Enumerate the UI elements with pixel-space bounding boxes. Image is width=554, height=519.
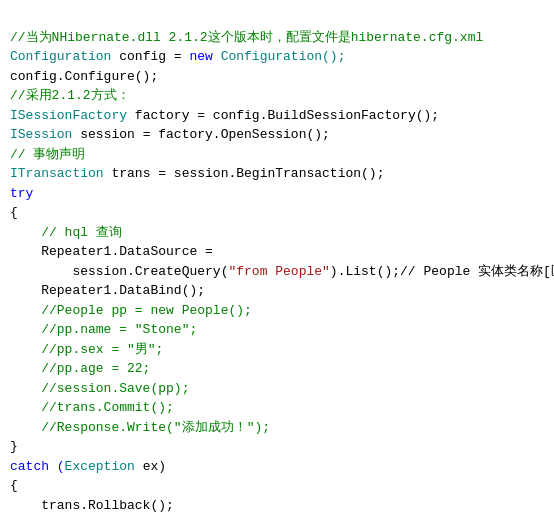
code-line-l25: {	[10, 476, 544, 496]
code-line-l4: //采用2.1.2方式：	[10, 86, 544, 106]
code-line-l18: //pp.sex = "男";	[10, 340, 544, 360]
code-line-l5: ISessionFactory factory = config.BuildSe…	[10, 106, 544, 126]
code-line-l3: config.Configure();	[10, 67, 544, 87]
code-line-l6: ISession session = factory.OpenSession()…	[10, 125, 544, 145]
code-line-l23: }	[10, 437, 544, 457]
code-line-l24: catch (Exception ex)	[10, 457, 544, 477]
code-line-l20: //session.Save(pp);	[10, 379, 544, 399]
code-line-l1: //当为NHibernate.dll 2.1.2这个版本时，配置文件是hiber…	[10, 28, 544, 48]
code-line-l14: Repeater1.DataBind();	[10, 281, 544, 301]
code-line-l22: //Response.Write("添加成功！");	[10, 418, 544, 438]
code-line-l9: try	[10, 184, 544, 204]
code-line-l19: //pp.age = 22;	[10, 359, 544, 379]
code-line-l16: //People pp = new People();	[10, 301, 544, 321]
code-line-l27: Response.Write(ex.Message);	[10, 515, 544, 519]
code-line-l26: trans.Rollback();	[10, 496, 544, 516]
code-line-l21: //trans.Commit();	[10, 398, 544, 418]
code-line-l17: //pp.name = "Stone";	[10, 320, 544, 340]
code-line-l11: // hql 查询	[10, 223, 544, 243]
code-line-l10: {	[10, 203, 544, 223]
code-line-l12: Repeater1.DataSource =	[10, 242, 544, 262]
code-line-l7: // 事物声明	[10, 145, 544, 165]
code-line-l13: session.CreateQuery("from People").List(…	[10, 262, 544, 282]
code-line-l2: Configuration config = new Configuration…	[10, 47, 544, 67]
code-line-l8: ITransaction trans = session.BeginTransa…	[10, 164, 544, 184]
code-editor: //当为NHibernate.dll 2.1.2这个版本时，配置文件是hiber…	[0, 0, 554, 519]
